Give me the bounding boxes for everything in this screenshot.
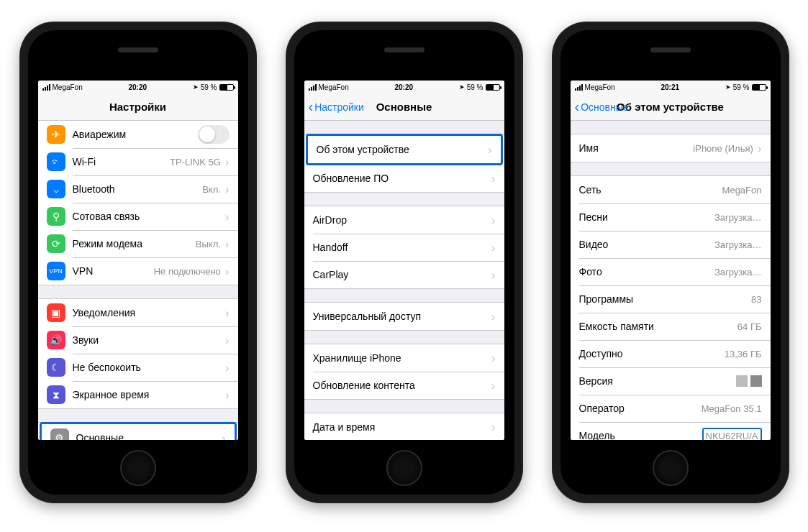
settings-row[interactable]: Емкость памяти64 ГБ: [571, 313, 771, 340]
row-icon: ☾: [47, 358, 65, 377]
settings-row[interactable]: СетьMegaFon: [571, 176, 771, 203]
row-label: Авиарежим: [73, 129, 127, 140]
chevron-right-icon: ›: [491, 269, 496, 281]
navigation-bar: ‹НастройкиОсновные: [304, 93, 504, 121]
settings-row[interactable]: ⧗Экранное время›: [38, 381, 238, 408]
row-label: Обновление контента: [313, 380, 415, 391]
settings-row[interactable]: Программы83: [571, 285, 771, 313]
settings-row[interactable]: Обновление контента›: [304, 372, 504, 399]
settings-row[interactable]: ⟳Режим модемаВыкл.›: [38, 230, 238, 257]
settings-row[interactable]: ПесниЗагрузка…: [571, 203, 771, 231]
highlight-box: ⚙Основные›: [40, 422, 237, 440]
row-icon: ⟳: [47, 234, 65, 253]
signal-icon: [42, 84, 50, 91]
row-label: Режим модема: [73, 238, 143, 249]
chevron-right-icon: ›: [225, 362, 230, 374]
phone-frame: MegaFon20:20➤59 %Настройки✈АвиарежимᯤWi-…: [19, 22, 257, 503]
carrier-label: MegaFon: [319, 83, 349, 91]
chevron-left-icon: ‹: [309, 99, 314, 114]
settings-row[interactable]: ⌵BluetoothВкл.›: [38, 175, 238, 203]
settings-row[interactable]: 🔊Звуки›: [38, 326, 238, 354]
chevron-right-icon: ›: [491, 380, 496, 392]
settings-row[interactable]: ФотоЗагрузка…: [571, 258, 771, 285]
signal-icon: [309, 84, 317, 91]
speaker: [118, 47, 158, 52]
content-area[interactable]: ✈АвиарежимᯤWi-FiTP-LINK 5G›⌵BluetoothВкл…: [38, 121, 238, 440]
settings-row[interactable]: ᯤWi-FiTP-LINK 5G›: [38, 148, 238, 175]
settings-group: ▣Уведомления›🔊Звуки›☾Не беспокоить›⧗Экра…: [38, 298, 238, 409]
row-label: Дата и время: [313, 421, 376, 433]
settings-row[interactable]: ОператорMegaFon 35.1: [571, 395, 771, 422]
row-label: AirDrop: [313, 214, 347, 226]
nav-icon: ➤: [459, 83, 465, 91]
redacted-box: [736, 375, 748, 387]
settings-row[interactable]: Handoff›: [304, 234, 504, 261]
settings-row[interactable]: ИмяiPhone (Илья)›: [571, 134, 771, 162]
settings-row[interactable]: ВидеоЗагрузка…: [571, 231, 771, 258]
status-bar: MegaFon20:20➤59 %: [38, 81, 238, 93]
row-icon: ᯤ: [47, 152, 65, 171]
page-title: Об этом устройстве: [617, 101, 724, 113]
settings-row[interactable]: CarPlay›: [304, 261, 504, 288]
settings-row[interactable]: ▣Уведомления›: [38, 299, 238, 326]
status-bar: MegaFon20:21➤59 %: [571, 81, 771, 93]
settings-group: AirDrop›Handoff›CarPlay›: [304, 206, 504, 289]
toggle-switch[interactable]: [198, 125, 230, 144]
chevron-right-icon: ›: [491, 311, 496, 323]
row-icon: ▣: [47, 303, 65, 322]
screen: MegaFon20:20➤59 %Настройки✈АвиарежимᯤWi-…: [38, 81, 238, 440]
chevron-right-icon: ›: [488, 144, 492, 156]
battery-icon: [752, 84, 766, 91]
home-button[interactable]: [653, 450, 689, 486]
battery-icon: [486, 84, 500, 91]
row-icon: ⚲: [47, 207, 65, 226]
row-label: Обновление ПО: [313, 173, 389, 184]
settings-row[interactable]: ⚲Сотовая связь›: [38, 203, 238, 230]
row-icon: ⌵: [47, 180, 65, 198]
settings-row[interactable]: Версия: [571, 367, 771, 395]
settings-group: Об этом устройстве›Обновление ПО›: [304, 134, 504, 193]
content-area[interactable]: ИмяiPhone (Илья)›СетьMegaFonПесниЗагрузк…: [571, 121, 771, 440]
row-label: Wi-Fi: [73, 156, 96, 168]
page-title: Основные: [376, 101, 432, 113]
settings-row[interactable]: AirDrop›: [304, 206, 504, 234]
row-value: MegaFon: [722, 185, 762, 196]
row-label: Сотовая связь: [73, 211, 140, 222]
settings-row[interactable]: Дата и время›: [304, 413, 504, 440]
back-button[interactable]: ‹Настройки: [309, 101, 364, 114]
settings-row[interactable]: ☾Не беспокоить›: [38, 354, 238, 381]
settings-row[interactable]: ✈Авиарежим: [38, 121, 238, 148]
row-label: Уведомления: [73, 307, 136, 318]
settings-group: Хранилище iPhone›Обновление контента›: [304, 344, 504, 400]
chevron-right-icon: ›: [225, 265, 230, 278]
speaker: [650, 47, 691, 52]
row-value: iPhone (Илья): [693, 143, 753, 154]
settings-row[interactable]: Об этом устройстве›: [308, 136, 501, 163]
settings-row[interactable]: Доступно13,36 ГБ: [571, 340, 771, 367]
phone-frame: MegaFon20:21➤59 %‹ОсновныеОб этом устрой…: [552, 22, 789, 503]
content-area[interactable]: Об этом устройстве›Обновление ПО›AirDrop…: [304, 121, 504, 440]
back-button[interactable]: ‹Основные: [575, 101, 629, 114]
row-label: Не беспокоить: [73, 362, 141, 373]
settings-row[interactable]: Универсальный доступ›: [304, 303, 504, 330]
clock: 20:20: [394, 83, 413, 91]
home-button[interactable]: [120, 450, 156, 486]
clock: 20:21: [661, 83, 679, 91]
carrier-label: MegaFon: [585, 83, 615, 91]
row-value: Выкл.: [196, 239, 221, 249]
row-label: Оператор: [579, 403, 625, 414]
row-value: Загрузка…: [714, 212, 762, 223]
settings-row[interactable]: МодельNKU62RU/A: [571, 422, 771, 440]
navigation-bar: ‹ОсновныеОб этом устройстве: [571, 93, 771, 121]
battery-icon: [219, 84, 234, 91]
signal-icon: [575, 84, 583, 91]
home-button[interactable]: [386, 450, 422, 486]
settings-row[interactable]: ⚙Основные›: [42, 424, 235, 440]
settings-row[interactable]: Обновление ПО›: [304, 165, 504, 192]
settings-row[interactable]: VPNVPNНе подключено›: [38, 257, 238, 285]
page-title: Настройки: [109, 101, 166, 113]
clock: 20:20: [128, 83, 147, 91]
row-label: Видео: [579, 239, 609, 250]
settings-row[interactable]: Хранилище iPhone›: [304, 344, 504, 372]
phone-frame: MegaFon20:20➤59 %‹НастройкиОсновныеОб эт…: [286, 22, 523, 503]
